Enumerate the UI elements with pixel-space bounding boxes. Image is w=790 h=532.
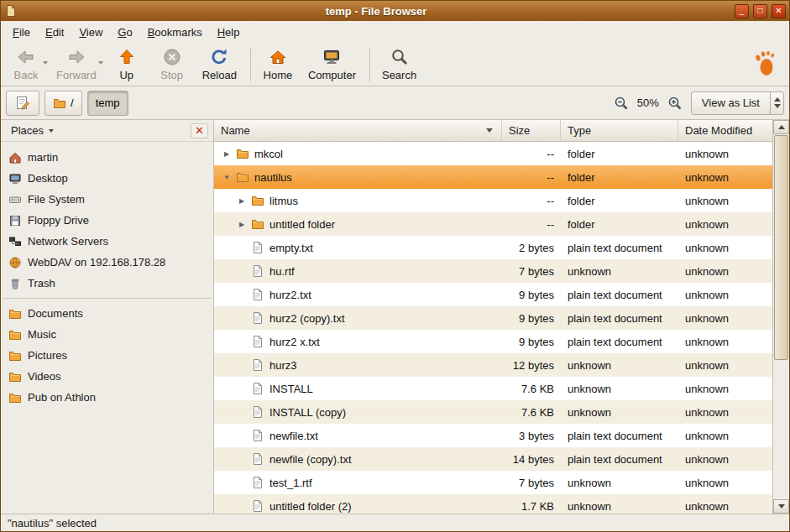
zoom-out-button[interactable] xyxy=(612,92,630,114)
type-cell: folder xyxy=(561,195,678,207)
expander-icon[interactable]: ▼ xyxy=(221,174,233,181)
name-cell: newfile.txt xyxy=(214,429,502,442)
home-place-icon xyxy=(8,151,22,164)
title-bar[interactable]: temp - File Browser _ □ ✕ xyxy=(1,1,789,21)
zoom-in-icon xyxy=(667,96,683,111)
search-button[interactable]: Search xyxy=(375,44,425,85)
file-icon xyxy=(251,499,266,513)
path-button-current[interactable]: temp xyxy=(87,91,128,116)
date-modified-cell: unknown xyxy=(678,148,772,160)
menu-help[interactable]: Help xyxy=(211,23,247,42)
toolbar-separator xyxy=(250,48,251,81)
table-row[interactable]: hurz2 x.txt9 bytesplain text documentunk… xyxy=(214,330,772,353)
menu-file[interactable]: File xyxy=(6,23,37,42)
up-button[interactable]: Up xyxy=(105,44,150,85)
menu-go[interactable]: Go xyxy=(111,23,139,42)
folder-icon xyxy=(53,96,66,110)
name-cell: hurz2 (copy).txt xyxy=(214,311,502,325)
table-row[interactable]: hurz2 (copy).txt9 bytesplain text docume… xyxy=(214,306,772,330)
column-header-size[interactable]: Size xyxy=(502,120,561,141)
size-cell: 2 bytes xyxy=(502,242,561,254)
expander-icon[interactable]: ▶ xyxy=(236,221,248,228)
table-row[interactable]: hu.rtf7 bytesunknownunknown xyxy=(214,259,772,283)
sidebar-item-trash[interactable]: Trash xyxy=(1,273,213,294)
table-row[interactable]: hurz312 bytesunknownunknown xyxy=(214,353,772,377)
sidebar-item-label: Floppy Drive xyxy=(28,214,89,227)
scrollbar-thumb[interactable] xyxy=(774,135,788,360)
folder-icon xyxy=(8,307,22,321)
maximize-button[interactable]: □ xyxy=(753,4,767,18)
table-row[interactable]: hurz2.txt9 bytesplain text documentunkno… xyxy=(214,283,772,306)
table-row[interactable]: newfile (copy).txt14 bytesplain text doc… xyxy=(214,447,772,471)
close-button[interactable]: ✕ xyxy=(772,4,786,18)
sidebar-item-videos[interactable]: Videos xyxy=(1,366,213,387)
expander-icon[interactable]: ▶ xyxy=(236,197,248,205)
expander-icon[interactable]: ▶ xyxy=(221,150,233,158)
table-row[interactable]: newfile.txt3 bytesplain text documentunk… xyxy=(214,424,772,447)
sidebar-item-file-system[interactable]: File System xyxy=(1,189,213,210)
file-name: empty.txt xyxy=(269,242,313,254)
vertical-scrollbar[interactable] xyxy=(772,120,789,514)
sidebar-item-music[interactable]: Music xyxy=(1,324,213,345)
type-cell: folder xyxy=(561,148,678,160)
menu-bookmarks[interactable]: Bookmarks xyxy=(141,23,209,42)
folder-icon xyxy=(251,194,266,207)
sidebar-item-pictures[interactable]: Pictures xyxy=(1,345,213,366)
minimize-button[interactable]: _ xyxy=(735,4,749,18)
sidebar-item-desktop[interactable]: Desktop xyxy=(1,168,213,189)
scrollbar-track[interactable] xyxy=(773,135,789,498)
table-row[interactable]: ▼nautilus--folderunknown xyxy=(214,165,772,189)
home-button[interactable]: Home xyxy=(256,44,301,85)
forward-button[interactable]: Forward xyxy=(50,44,105,85)
stop-button[interactable]: Stop xyxy=(150,44,196,85)
scroll-up-button[interactable] xyxy=(773,120,789,134)
table-row[interactable]: ▶untitled folder--folderunknown xyxy=(214,212,772,236)
table-row[interactable]: ▶mkcol--folderunknown xyxy=(214,142,772,165)
menu-view[interactable]: View xyxy=(72,23,109,42)
toolbar: BackForwardUpStopReloadHomeComputerSearc… xyxy=(1,43,789,86)
table-row[interactable]: untitled folder (2)1.7 KBunknownunknown xyxy=(214,494,772,514)
sidebar-item-pub-on-athlon[interactable]: Pub on Athlon xyxy=(1,387,213,408)
date-modified-cell: unknown xyxy=(678,265,772,278)
date-modified-cell: unknown xyxy=(678,359,772,372)
sidebar-close-button[interactable]: ✕ xyxy=(191,123,208,138)
file-list-panel: Name Size Type Date Modified ▶mkcol--fol… xyxy=(214,120,772,514)
name-cell: ▼nautilus xyxy=(214,170,502,184)
toolbar-separator xyxy=(369,48,370,81)
dropdown-caret-icon[interactable] xyxy=(43,61,48,65)
view-mode-stepper[interactable] xyxy=(770,92,783,114)
path-button-root[interactable]: / xyxy=(44,91,82,116)
places-caret-icon xyxy=(49,129,54,133)
table-row[interactable]: ▶litmus--folderunknown xyxy=(214,189,772,212)
sidebar-item-label: Documents xyxy=(28,307,83,320)
scroll-down-button[interactable] xyxy=(773,499,789,514)
size-cell: -- xyxy=(502,171,561,184)
table-row[interactable]: test_1.rtf7 bytesunknownunknown xyxy=(214,471,772,494)
sidebar-item-documents[interactable]: Documents xyxy=(1,303,213,324)
sidebar-item-webdav-on-192-168-178-28[interactable]: WebDAV on 192.168.178.28 xyxy=(1,252,213,273)
column-header-name[interactable]: Name xyxy=(214,120,502,141)
file-name: untitled folder (2) xyxy=(269,500,352,513)
table-row[interactable]: INSTALL (copy)7.6 KBunknownunknown xyxy=(214,400,772,424)
column-header-date[interactable]: Date Modified xyxy=(678,120,772,141)
view-mode-select[interactable]: View as List xyxy=(691,91,784,115)
edit-location-button[interactable] xyxy=(6,91,39,116)
computer-button[interactable]: Computer xyxy=(301,44,364,85)
sidebar-item-floppy-drive[interactable]: Floppy Drive xyxy=(1,210,213,231)
name-cell: untitled folder (2) xyxy=(214,499,502,513)
zoom-in-button[interactable] xyxy=(666,92,684,114)
back-button[interactable]: Back xyxy=(4,44,50,85)
places-selector[interactable]: Places xyxy=(6,123,59,138)
column-header-type[interactable]: Type xyxy=(561,120,678,141)
table-row[interactable]: empty.txt2 bytesplain text documentunkno… xyxy=(214,236,772,259)
table-row[interactable]: INSTALL7.6 KBunknownunknown xyxy=(214,377,772,400)
dropdown-caret-icon[interactable] xyxy=(98,61,103,65)
sidebar-item-network-servers[interactable]: Network Servers xyxy=(1,231,213,252)
reload-button[interactable]: Reload xyxy=(196,44,245,85)
size-cell: 7.6 KB xyxy=(502,383,561,395)
size-cell: 12 bytes xyxy=(502,359,561,372)
desktop-icon xyxy=(8,172,22,185)
menu-edit[interactable]: Edit xyxy=(39,23,71,42)
sidebar-item-martin[interactable]: martin xyxy=(1,147,213,168)
sidebar-item-label: WebDAV on 192.168.178.28 xyxy=(28,256,165,269)
